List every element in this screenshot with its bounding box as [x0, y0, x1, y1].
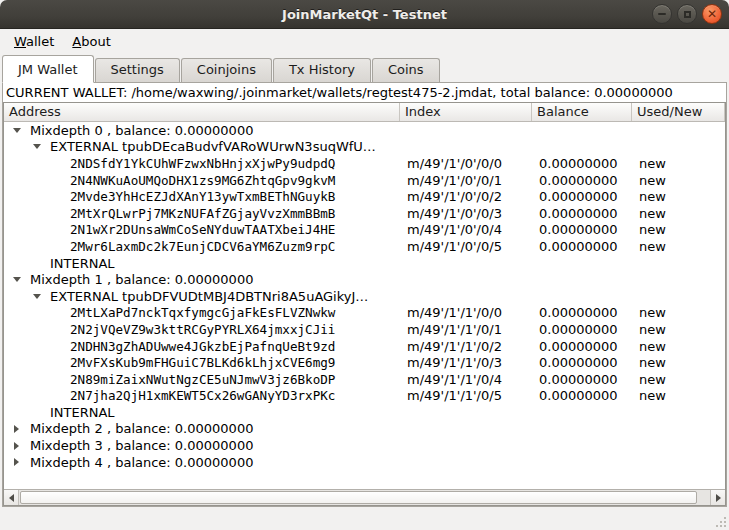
tree-row[interactable]: EXTERNAL tpubDEcaBudvfVARoWUrwN3suqWfU… — [4, 139, 725, 156]
cell-used-new: new — [632, 206, 725, 221]
menu-item-about[interactable]: About — [63, 32, 119, 51]
tree-row[interactable]: 2Mvde3YhHcEZJdXAnY13ywTxmBEThNGuykBm/49'… — [4, 188, 725, 205]
tree-row[interactable]: 2N2jVQeVZ9w3kttRCGyPYRLX64jmxxjCJiim/49'… — [4, 321, 725, 338]
app-window: JoinMarketQt - Testnet ✕ WalletAbout JM … — [0, 0, 729, 530]
cell-used-new: new — [632, 388, 725, 403]
cell-index: m/49'/1'/0'/0/5 — [400, 239, 532, 254]
cell-index: m/49'/1'/1'/0/1 — [400, 322, 532, 337]
expand-arrow-open-icon[interactable] — [30, 144, 50, 149]
tree-row[interactable]: 2NDSfdY1YkCUhWFzwxNbHnjxXjwPy9udpdQm/49'… — [4, 155, 725, 172]
tree-row[interactable]: 2NDHN3gZhADUwwe4JGkzbEjPafnqUeBt9zdm/49'… — [4, 338, 725, 355]
tree-row[interactable]: EXTERNAL tpubDFVUDtMBJ4DBTNri8A5uAGikyJ… — [4, 288, 725, 305]
cell-address: 2Mwr6LaxmDc2k7EunjCDCV6aYM6Zuzm9rpC — [4, 239, 400, 254]
column-header-index[interactable]: Index — [400, 103, 532, 121]
cell-balance: 0.00000000 — [532, 305, 632, 320]
address-text: 2N7jha2QjH1xmKEWT5Cx26wGANyYD3rxPKc — [70, 388, 335, 403]
address-text: 2N2jVQeVZ9w3kttRCGyPYRLX64jmxxjCJii — [70, 322, 335, 337]
cell-used-new: new — [632, 222, 725, 237]
cell-index: m/49'/1'/1'/0/0 — [400, 305, 532, 320]
tree-row[interactable]: 2MtLXaPd7nckTqxfymgcGjaFkEsFLVZNwkwm/49'… — [4, 305, 725, 322]
tree-row[interactable]: INTERNAL — [4, 255, 725, 272]
cell-index: m/49'/1'/0'/0/1 — [400, 173, 532, 188]
column-header-used-new[interactable]: Used/New — [632, 103, 725, 121]
tab-coinjoins[interactable]: Coinjoins — [181, 58, 272, 82]
address-text: 2NDSfdY1YkCUhWFzwxNbHnjxXjwPy9udpdQ — [70, 156, 335, 171]
tab-settings[interactable]: Settings — [95, 58, 180, 82]
address-text: INTERNAL — [50, 405, 115, 420]
column-header-balance[interactable]: Balance — [532, 103, 632, 121]
cell-used-new: new — [632, 305, 725, 320]
tree-row[interactable]: 2N89miZaixNWutNgzCE5uNJmwV3jz6BkoDPm/49'… — [4, 371, 725, 388]
tree-row[interactable]: Mixdepth 3 , balance: 0.00000000 — [4, 437, 725, 454]
cell-address: 2NDSfdY1YkCUhWFzwxNbHnjxXjwPy9udpdQ — [4, 156, 400, 171]
cell-index: m/49'/1'/1'/0/5 — [400, 388, 532, 403]
column-header-address[interactable]: Address — [4, 103, 400, 121]
cell-index: m/49'/1'/0'/0/0 — [400, 156, 532, 171]
expand-arrow-open-icon[interactable] — [10, 277, 30, 282]
tree-row[interactable]: Mixdepth 1 , balance: 0.00000000 — [4, 271, 725, 288]
expand-arrow-closed-icon[interactable] — [10, 458, 30, 466]
tab-pane: CURRENT WALLET: /home/waxwing/.joinmarke… — [2, 82, 727, 507]
cell-address: 2MvFXsKub9mFHGuiC7BLKd6kLhjxCVE6mg9 — [4, 355, 400, 370]
cell-address: 2MtLXaPd7nckTqxfymgcGjaFkEsFLVZNwkw — [4, 305, 400, 320]
address-text: 2N89miZaixNWutNgzCE5uNJmwV3jz6BkoDP — [70, 372, 335, 387]
cell-address: 2N4NWKuAoUMQoDHX1zs9MG6ZhtqGpv9gkvM — [4, 173, 400, 188]
address-text: Mixdepth 1 , balance: 0.00000000 — [30, 272, 253, 287]
tree-row[interactable]: Mixdepth 4 , balance: 0.00000000 — [4, 454, 725, 471]
cell-address: 2Mvde3YhHcEZJdXAnY13ywTxmBEThNGuykB — [4, 189, 400, 204]
cell-balance: 0.00000000 — [532, 206, 632, 221]
cell-used-new: new — [632, 189, 725, 204]
address-text: Mixdepth 0 , balance: 0.00000000 — [30, 123, 253, 138]
cell-balance: 0.00000000 — [532, 239, 632, 254]
scroll-right-icon — [716, 494, 721, 502]
tab-jm-wallet[interactable]: JM Wallet — [2, 55, 94, 83]
cell-address: Mixdepth 2 , balance: 0.00000000 — [4, 421, 400, 436]
menu-item-wallet[interactable]: Wallet — [5, 32, 63, 51]
scroll-right-button[interactable] — [710, 490, 725, 505]
cell-address: Mixdepth 4 , balance: 0.00000000 — [4, 455, 400, 470]
window-controls: ✕ — [652, 4, 729, 24]
cell-address: INTERNAL — [4, 256, 400, 271]
maximize-icon — [684, 11, 691, 18]
cell-balance: 0.00000000 — [532, 156, 632, 171]
address-text: 2N1wXr2DUnsaWmCoSeNYduwTAATXbeiJ4HE — [70, 222, 335, 237]
cell-address: 2MtXrQLwrPj7MKzNUFAfZGjayVvzXmmBBmB — [4, 206, 400, 221]
cell-used-new: new — [632, 239, 725, 254]
cell-address: 2N7jha2QjH1xmKEWT5Cx26wGANyYD3rxPKc — [4, 388, 400, 403]
cell-index: m/49'/1'/0'/0/4 — [400, 222, 532, 237]
maximize-button[interactable] — [677, 4, 697, 24]
tree-row[interactable]: 2MvFXsKub9mFHGuiC7BLKd6kLhjxCVE6mg9m/49'… — [4, 354, 725, 371]
expand-arrow-closed-icon[interactable] — [10, 425, 30, 433]
address-text: Mixdepth 4 , balance: 0.00000000 — [30, 455, 253, 470]
tree-row[interactable]: 2Mwr6LaxmDc2k7EunjCDCV6aYM6Zuzm9rpCm/49'… — [4, 238, 725, 255]
minimize-button[interactable] — [652, 4, 672, 24]
tree-row[interactable]: 2N4NWKuAoUMQoDHX1zs9MG6ZhtqGpv9gkvMm/49'… — [4, 172, 725, 189]
tree-row[interactable]: Mixdepth 2 , balance: 0.00000000 — [4, 421, 725, 438]
cell-balance: 0.00000000 — [532, 388, 632, 403]
expand-arrow-open-icon[interactable] — [10, 128, 30, 133]
address-text: Mixdepth 3 , balance: 0.00000000 — [30, 438, 253, 453]
cell-used-new: new — [632, 322, 725, 337]
tree-row[interactable]: 2MtXrQLwrPj7MKzNUFAfZGjayVvzXmmBBmBm/49'… — [4, 205, 725, 222]
scrollbar-thumb[interactable] — [20, 491, 697, 504]
expand-arrow-closed-icon[interactable] — [10, 442, 30, 450]
minimize-icon — [658, 13, 666, 15]
horizontal-scrollbar[interactable] — [4, 489, 725, 505]
cell-balance: 0.00000000 — [532, 189, 632, 204]
resize-grip-icon[interactable] — [714, 515, 726, 527]
tree-row[interactable]: 2N1wXr2DUnsaWmCoSeNYduwTAATXbeiJ4HEm/49'… — [4, 222, 725, 239]
cell-address: 2N2jVQeVZ9w3kttRCGyPYRLX64jmxxjCJii — [4, 322, 400, 337]
menubar: WalletAbout — [0, 29, 729, 54]
titlebar[interactable]: JoinMarketQt - Testnet ✕ — [0, 0, 729, 29]
scrollbar-track[interactable] — [19, 490, 710, 505]
tree-row[interactable]: INTERNAL — [4, 404, 725, 421]
tree-row[interactable]: Mixdepth 0 , balance: 0.00000000 — [4, 122, 725, 139]
close-button[interactable]: ✕ — [702, 4, 722, 24]
tree-row[interactable]: 2N7jha2QjH1xmKEWT5Cx26wGANyYD3rxPKcm/49'… — [4, 388, 725, 405]
tab-tx-history[interactable]: Tx History — [273, 58, 371, 82]
tab-coins[interactable]: Coins — [372, 58, 440, 82]
scroll-left-button[interactable] — [4, 490, 19, 505]
cell-balance: 0.00000000 — [532, 222, 632, 237]
expand-arrow-open-icon[interactable] — [30, 294, 50, 299]
current-wallet-label: CURRENT WALLET: /home/waxwing/.joinmarke… — [3, 83, 726, 102]
